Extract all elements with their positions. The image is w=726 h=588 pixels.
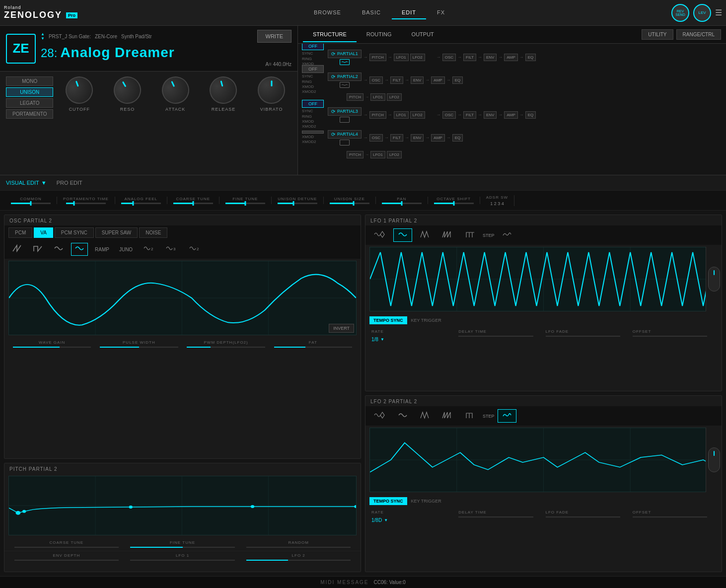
lfo1-tempo-sync-button[interactable]: TEMPO SYNC	[369, 316, 407, 324]
tab-browse[interactable]: BROWSE	[304, 6, 351, 19]
range-ctrl-button[interactable]: RANGE/CTRL	[676, 29, 721, 40]
lfo1-level-knob[interactable]	[706, 247, 722, 311]
wave-shape-sine-active[interactable]	[71, 243, 88, 256]
partial1-button[interactable]: ⟳ PARTIAL1	[328, 50, 362, 58]
wave-tab-super-saw[interactable]: SUPER SAW	[95, 227, 138, 238]
lfo2-shape-sine[interactable]	[393, 409, 412, 423]
lfo2-shape-saw[interactable]	[437, 409, 458, 423]
lfo1-shape-sine[interactable]	[393, 228, 412, 242]
random-slider[interactable]	[246, 547, 351, 548]
param-coarse-slider[interactable]	[173, 203, 213, 204]
tab-output[interactable]: OUTPUT	[402, 27, 444, 42]
lev-button[interactable]: LEV	[693, 4, 711, 22]
lfo1-pitch-slider[interactable]	[130, 560, 234, 561]
lfo1-shape-tri[interactable]	[415, 228, 434, 242]
pro-edit-button[interactable]: PRO EDIT	[57, 180, 82, 186]
partial3-button[interactable]: ⟳ PARTIAL3	[328, 107, 362, 116]
env-depth-slider[interactable]	[14, 560, 119, 561]
attack-knob[interactable]	[157, 72, 194, 108]
wave-tab-noise[interactable]: NOISE	[139, 227, 167, 238]
partial2-button[interactable]: ⟳ PARTIAL2	[328, 73, 362, 81]
lfo1-offset-slider[interactable]	[633, 336, 708, 337]
fine-tune-slider[interactable]	[130, 547, 234, 548]
param-unison-size-slider[interactable]	[330, 203, 369, 204]
lfo2-shape-step-label[interactable]: STEP	[483, 414, 495, 419]
lfo1-fade-slider[interactable]	[546, 336, 621, 337]
lfo2-shape-sine-tri[interactable]	[369, 409, 390, 423]
preset-up-arrow[interactable]: ▲	[41, 32, 45, 36]
tab-structure[interactable]: STRUCTURE	[303, 27, 357, 42]
partial1-off-btn[interactable]: OFF	[302, 44, 324, 50]
write-button[interactable]: WRITE	[257, 30, 291, 43]
release-knob[interactable]	[207, 74, 240, 107]
preset-down-arrow[interactable]: ▼	[41, 37, 45, 41]
cutoff-knob[interactable]	[62, 73, 97, 107]
lfo2-params-row: RATE 1/8D ▼ DELAY TIME LFO FADE	[365, 508, 722, 525]
legato-button[interactable]: LEGATO	[6, 98, 53, 108]
menu-icon[interactable]: ☰	[715, 8, 722, 17]
lfo1-rate-arrow[interactable]: ▼	[380, 337, 384, 342]
tab-routing[interactable]: ROUTING	[357, 27, 402, 42]
visual-edit-button[interactable]: VISUAL EDIT ▼	[6, 180, 47, 186]
wave-shape-2a[interactable]: 2	[140, 243, 158, 256]
mono-button[interactable]: MONO	[6, 76, 53, 86]
lfo1-shape-random[interactable]	[498, 228, 516, 242]
wave-shape-2b[interactable]: 2	[185, 243, 204, 256]
wave-shape-sine[interactable]	[50, 243, 67, 256]
param-pan-slider[interactable]	[382, 203, 422, 204]
utility-button[interactable]: UTILITY	[642, 29, 673, 40]
wave-shape-sawtooth[interactable]	[8, 243, 25, 256]
lfo2-shape-square[interactable]	[461, 409, 480, 423]
partial3-lfo2: LFO2	[410, 111, 425, 119]
lfo2-delay-slider[interactable]	[458, 516, 533, 517]
rev-send-button[interactable]: REV SEND	[671, 4, 689, 22]
param-unison-detune-slider[interactable]	[278, 203, 317, 204]
lfo1-shape-step-label[interactable]: STEP	[483, 233, 495, 238]
unison-button[interactable]: UNISON	[6, 87, 53, 97]
attack-knob-group: ATTACK	[162, 76, 189, 112]
lfo1-rate-dropdown[interactable]: 1/8 ▼	[371, 337, 384, 342]
reso-knob[interactable]	[109, 72, 146, 109]
param-octave-slider[interactable]	[434, 203, 474, 204]
vibrato-knob[interactable]	[258, 76, 285, 104]
pwm-depth-slider[interactable]	[187, 347, 265, 348]
wave-shape-3[interactable]: 3	[162, 243, 181, 256]
coarse-tune-slider[interactable]	[14, 547, 119, 548]
param-portamento-slider[interactable]	[66, 203, 106, 204]
partial4-off-btn[interactable]	[302, 131, 324, 134]
wave-shape-juno[interactable]: JUNO	[116, 246, 136, 253]
portamento-button[interactable]: PORTAMENTO	[6, 109, 53, 119]
fat-slider[interactable]	[274, 347, 353, 348]
param-fine-slider[interactable]	[225, 203, 265, 204]
vibrato-label: VIBRATO	[260, 107, 283, 112]
lfo2-rate-arrow[interactable]: ▼	[384, 518, 388, 522]
partial4-button[interactable]: ⟳ PARTIAL4	[328, 130, 362, 139]
lfo2-offset-slider[interactable]	[633, 516, 708, 517]
lfo2-shape-tri[interactable]	[415, 409, 434, 423]
lfo2-shape-random[interactable]	[498, 409, 516, 423]
wave-tab-pcm-sync[interactable]: PCM SYNC	[55, 227, 94, 238]
lfo1-shape-sine-tri[interactable]	[369, 228, 390, 242]
param-analog-slider[interactable]	[121, 203, 161, 204]
partial3-off-btn[interactable]: OFF	[302, 100, 324, 108]
wave-tab-pcm[interactable]: PCM	[8, 227, 32, 238]
lfo1-shape-saw[interactable]	[437, 228, 458, 242]
param-common-slider[interactable]	[11, 203, 51, 204]
wave-gain-slider[interactable]	[13, 347, 91, 348]
tab-basic[interactable]: BASIC	[352, 6, 391, 19]
wave-shape-square[interactable]	[29, 243, 46, 256]
tab-edit[interactable]: EDIT	[392, 6, 426, 19]
lfo1-delay-slider[interactable]	[458, 336, 533, 337]
lfo2-pitch-slider[interactable]	[246, 560, 351, 561]
wave-tab-va[interactable]: VA	[34, 227, 53, 238]
lfo2-fade-slider[interactable]	[546, 516, 621, 517]
invert-button[interactable]: INVERT	[329, 324, 354, 333]
lfo2-rate-dropdown[interactable]: 1/8D ▼	[371, 517, 388, 523]
pulse-width-slider[interactable]	[100, 347, 178, 348]
lfo2-level-knob[interactable]	[706, 428, 722, 492]
partial2-off-btn[interactable]: OFF	[302, 65, 324, 73]
tab-fx[interactable]: FX	[427, 6, 455, 19]
lfo1-shape-square[interactable]	[461, 228, 480, 242]
lfo2-tempo-sync-button[interactable]: TEMPO SYNC	[369, 497, 407, 505]
wave-shape-ramp[interactable]: RAMP	[92, 246, 112, 253]
